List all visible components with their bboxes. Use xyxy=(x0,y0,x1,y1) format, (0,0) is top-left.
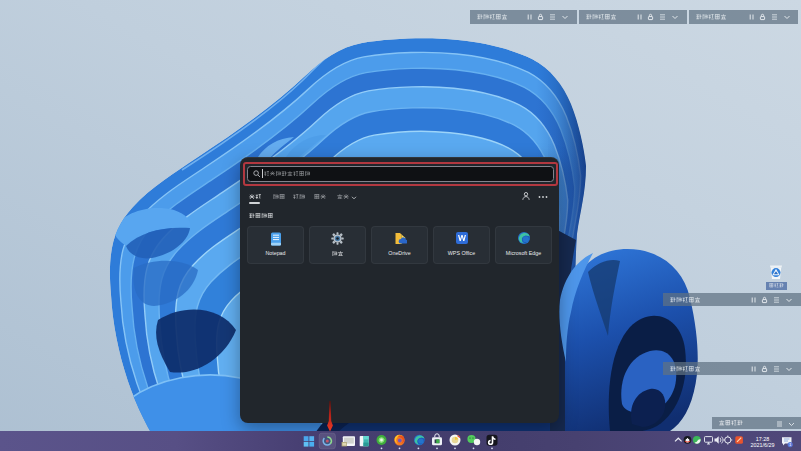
svg-text:17:28: 17:28 xyxy=(756,436,770,442)
svg-text:2021/6/29: 2021/6/29 xyxy=(751,442,775,448)
